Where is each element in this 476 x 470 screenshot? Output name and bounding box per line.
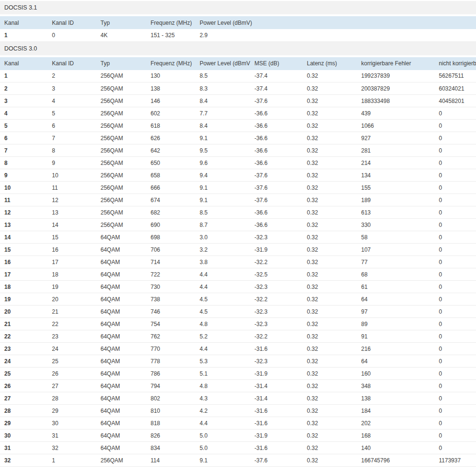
cell: 216 — [357, 343, 435, 355]
cell: 200387829 — [357, 82, 435, 95]
cell: 28 — [48, 392, 96, 405]
cell: 10 — [48, 169, 96, 182]
cell: 64QAM — [96, 281, 146, 293]
cell: 16 — [0, 256, 48, 268]
cell: 0.32 — [303, 306, 357, 318]
cell: 256QAM — [96, 120, 146, 132]
cell: 794 — [146, 380, 195, 392]
cell: 64QAM — [96, 318, 146, 330]
cell: 0 — [435, 293, 476, 306]
cell: 256QAM — [96, 70, 146, 82]
cell: 64QAM — [96, 405, 146, 417]
cell: 0.32 — [303, 219, 357, 231]
cell: 64QAM — [96, 330, 146, 343]
cell: 0.32 — [303, 318, 357, 330]
cell: 64QAM — [96, 355, 146, 368]
table-row: 192064QAM7384.5-32.20.32640 — [0, 293, 476, 306]
cell: 8.5 — [195, 206, 250, 219]
cell: 18 — [48, 268, 96, 281]
cell: 30 — [0, 429, 48, 442]
cell: 6 — [48, 120, 96, 132]
docsis-section: DOCSIS 3.1KanalKanal IDTypFrequenz (MHz)… — [0, 1, 476, 42]
cell: 18 — [0, 281, 48, 293]
cell: 11 — [0, 194, 48, 206]
cell: 15 — [48, 231, 96, 244]
cell: 5 — [48, 107, 96, 120]
cell: 29 — [48, 405, 96, 417]
cell: -31.9 — [250, 429, 303, 442]
cell: 666 — [146, 182, 195, 194]
table-row: 242564QAM7785.3-32.30.32640 — [0, 355, 476, 368]
cell: 786 — [146, 368, 195, 380]
cell: 4K — [96, 29, 146, 41]
cell: 256QAM — [96, 454, 146, 467]
cell: -32.2 — [250, 330, 303, 343]
cell: 5.0 — [195, 442, 250, 454]
cell: 17 — [0, 268, 48, 281]
cell: 770 — [146, 343, 195, 355]
cell: 32 — [0, 454, 48, 467]
column-header: nicht korrigierbare Fehler — [435, 57, 476, 70]
cell: 15 — [0, 244, 48, 256]
cell: 17 — [48, 256, 96, 268]
cell: -36.6 — [250, 157, 303, 169]
cell: 698 — [146, 231, 195, 244]
cell: 0.32 — [303, 330, 357, 343]
cell: 0 — [435, 244, 476, 256]
cell: 4.4 — [195, 281, 250, 293]
cell: -37.6 — [250, 95, 303, 107]
cell: 151 - 325 — [146, 29, 195, 41]
cell: 6 — [0, 132, 48, 144]
cell: 64QAM — [96, 442, 146, 454]
table-row: 78256QAM6429.5-36.60.322810 — [0, 144, 476, 157]
cell: 199237839 — [357, 70, 435, 82]
cell: 256QAM — [96, 82, 146, 95]
cell: 613 — [357, 206, 435, 219]
cell: 64QAM — [96, 343, 146, 355]
cell: 0.32 — [303, 256, 357, 268]
cell: 89 — [357, 318, 435, 330]
cell: -37.6 — [250, 182, 303, 194]
table-row: 262764QAM7944.8-31.40.323480 — [0, 380, 476, 392]
cell: 650 — [146, 157, 195, 169]
cell: 16 — [48, 244, 96, 256]
cell: 8.4 — [195, 95, 250, 107]
column-header: Frequenz (MHz) — [146, 16, 195, 29]
cell: 762 — [146, 330, 195, 343]
cell: 4.8 — [195, 380, 250, 392]
cell: 4.8 — [195, 318, 250, 330]
cell: 0 — [435, 206, 476, 219]
cell: 11 — [48, 182, 96, 194]
column-header: MSE (dB) — [250, 57, 303, 70]
table-row: 56256QAM6188.4-36.60.3210660 — [0, 120, 476, 132]
section-title: DOCSIS 3.1 — [0, 1, 476, 14]
cell: -36.6 — [250, 132, 303, 144]
cell: 31 — [0, 442, 48, 454]
cell: 64QAM — [96, 244, 146, 256]
cell: 58 — [357, 231, 435, 244]
cell: 27 — [0, 392, 48, 405]
cell: 202 — [357, 417, 435, 429]
cell: 8.5 — [195, 70, 250, 82]
cell: 22 — [48, 318, 96, 330]
cell: 0.32 — [303, 157, 357, 169]
cell: 19 — [0, 293, 48, 306]
cell: 0.32 — [303, 392, 357, 405]
header-row: KanalKanal IDTypFrequenz (MHz)Power Leve… — [0, 16, 476, 29]
cell: -31.9 — [250, 244, 303, 256]
cell: 330 — [357, 219, 435, 231]
cell: 9.4 — [195, 169, 250, 182]
cell: 21 — [48, 306, 96, 318]
cell: 22 — [0, 330, 48, 343]
cell: 0.32 — [303, 95, 357, 107]
section-title: DOCSIS 3.0 — [0, 42, 476, 55]
table-row: 252664QAM7865.1-31.90.321600 — [0, 368, 476, 380]
table-row: 1314256QAM6908.7-36.60.323300 — [0, 219, 476, 231]
cell: 0.32 — [303, 429, 357, 442]
cell: 0 — [435, 405, 476, 417]
cell: 188333498 — [357, 95, 435, 107]
cell: 818 — [146, 417, 195, 429]
cell: 64QAM — [96, 392, 146, 405]
cell: -36.6 — [250, 144, 303, 157]
cell: 0 — [435, 380, 476, 392]
